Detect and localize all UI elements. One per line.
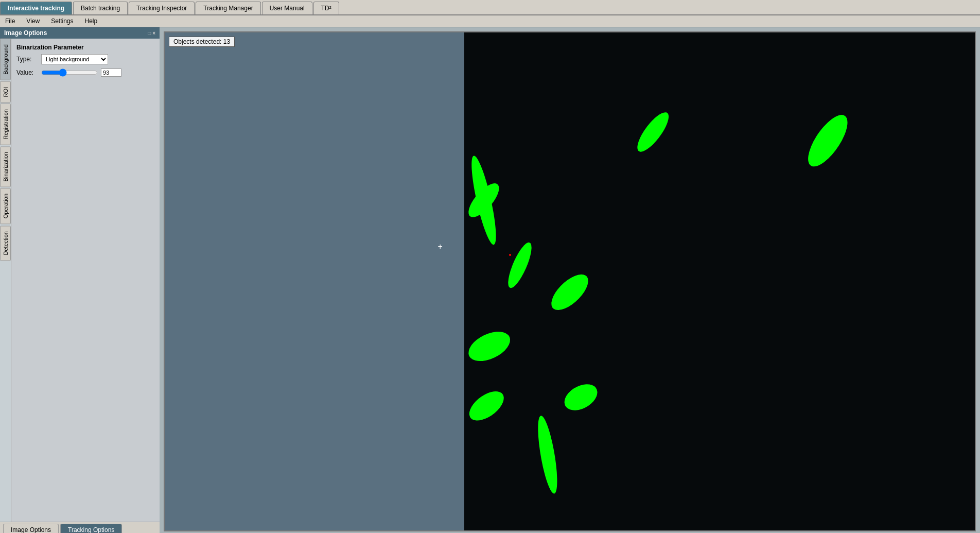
sidebar-tabs: Background ROI Registration Binarization… — [0, 39, 11, 522]
tab-interactive-tracking[interactable]: Interactive tracking — [0, 2, 72, 14]
value-label: Value: — [16, 69, 37, 76]
tab-image-options[interactable]: Image Options — [3, 524, 59, 533]
tab-tracking-manager[interactable]: Tracking Manager — [196, 2, 260, 14]
objects-detected-badge: Objects detected: 13 — [169, 37, 235, 47]
main-tab-bar: Interactive tracking Batch tracking Trac… — [0, 0, 980, 15]
image-options-title: Image Options — [4, 29, 47, 37]
svg-point-3 — [505, 236, 535, 294]
sidebar-tab-detection[interactable]: Detection — [0, 226, 11, 261]
menu-settings[interactable]: Settings — [48, 16, 76, 26]
type-select[interactable]: Light background Dark background — [41, 54, 108, 64]
svg-point-4 — [549, 267, 590, 318]
sidebar-tab-binarization[interactable]: Binarization — [0, 146, 11, 187]
svg-point-13 — [635, 106, 671, 159]
svg-point-8 — [534, 411, 561, 497]
sidebar-tab-registration[interactable]: Registration — [0, 104, 11, 145]
panel-header-icons[interactable]: □ × — [148, 30, 155, 36]
sidebar-tab-operation[interactable]: Operation — [0, 188, 11, 224]
menu-file[interactable]: File — [2, 16, 18, 26]
panel-main-content: Binarization Parameter Type: Light backg… — [11, 39, 160, 522]
left-panel-bottom-tabs: Image Options Tracking Options — [0, 522, 160, 533]
tab-tracking-inspector[interactable]: Tracking Inspector — [129, 2, 195, 14]
svg-point-9 — [364, 529, 399, 530]
video-frame[interactable]: Objects detected: 13 + — [164, 31, 976, 531]
type-label: Type: — [16, 56, 37, 63]
svg-point-0 — [804, 105, 851, 177]
tab-batch-tracking[interactable]: Batch tracking — [73, 2, 128, 14]
menu-view[interactable]: View — [23, 16, 43, 26]
sidebar-tab-background[interactable]: Background — [0, 39, 11, 80]
tracking-svg — [165, 32, 975, 530]
tab-user-manual[interactable]: User Manual — [262, 2, 312, 14]
tab-td2[interactable]: TD² — [313, 2, 339, 14]
image-options-panel-header: Image Options □ × — [0, 27, 160, 39]
left-panel: Image Options □ × Background ROI Registr… — [0, 27, 160, 533]
tab-tracking-options[interactable]: Tracking Options — [60, 524, 122, 533]
menu-help[interactable]: Help — [82, 16, 101, 26]
menu-bar: File View Settings Help — [0, 15, 980, 27]
binarization-label: Binarization Parameter — [16, 44, 154, 51]
svg-point-5 — [467, 326, 511, 366]
svg-point-6 — [468, 386, 505, 426]
sidebar-tab-roi[interactable]: ROI — [0, 81, 11, 103]
value-slider[interactable] — [41, 69, 98, 76]
value-spinbox[interactable] — [103, 70, 117, 76]
content-area: Objects detected: 13 + — [160, 27, 980, 533]
svg-point-7 — [564, 380, 599, 415]
